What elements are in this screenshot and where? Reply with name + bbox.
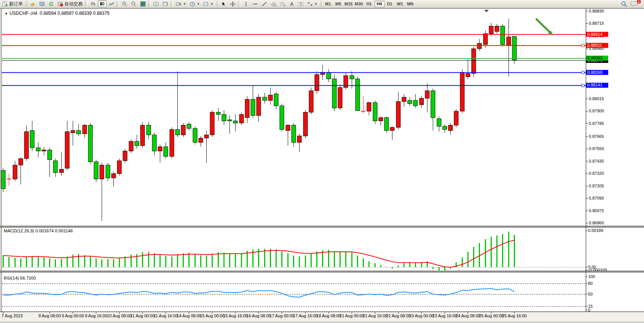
cursor-icon <box>221 1 226 7</box>
template-button[interactable]: ▼ <box>202 0 215 7</box>
macd-indicator-label: MACD(12,26,9) 0.001674 0.001146 <box>4 229 73 233</box>
data-window-button[interactable] <box>161 0 170 7</box>
macd-bar <box>177 254 178 267</box>
macd-bar <box>502 234 503 267</box>
macd-bar <box>72 254 73 267</box>
price-tick-label: 0.88015 <box>589 96 604 101</box>
toolbar-separator <box>85 1 88 7</box>
svg-text:F: F <box>284 4 285 6</box>
mt4-window: 0.888300.887150.886000.884800.883650.882… <box>0 0 644 323</box>
text-button[interactable]: A <box>287 0 296 7</box>
data-window-icon <box>163 1 168 7</box>
timeframe-d1-button[interactable]: D1 <box>385 1 395 7</box>
autotrading-icon <box>57 1 63 7</box>
zoom-out-button[interactable] <box>129 0 138 7</box>
macd-bar <box>432 267 434 269</box>
new-chart-button[interactable]: ▼ <box>174 0 188 7</box>
macd-bar <box>90 256 91 267</box>
price-tick-label: 0.87785 <box>589 121 604 126</box>
price-tick-label: 0.87665 <box>589 134 604 139</box>
text-label-button[interactable]: T <box>296 0 305 7</box>
timeframe-h1-button[interactable]: H1 <box>364 1 374 7</box>
alerts-button[interactable] <box>29 0 37 7</box>
macd-bar <box>403 263 405 267</box>
candle <box>332 75 336 111</box>
candlestick-chart-button[interactable] <box>98 0 107 7</box>
toolbar-button-label: 自动交易 <box>64 1 83 7</box>
timeframe-w1-button[interactable]: W1 <box>395 1 405 7</box>
time-axis-label: 21 Aug 16:00 <box>363 313 387 318</box>
chart-collapse-icon[interactable]: ▼ <box>5 12 8 16</box>
candle <box>140 122 145 148</box>
rsi-axis-label: 100 <box>588 274 595 279</box>
cursor-button[interactable] <box>219 0 228 7</box>
timeframe-m15-button[interactable]: M15 <box>344 1 354 7</box>
macd-bar <box>223 253 225 267</box>
candle <box>129 139 133 153</box>
macd-bar <box>485 239 486 267</box>
horizontal-line-button[interactable] <box>251 0 260 7</box>
search-button[interactable] <box>619 0 629 7</box>
time-axis-label: 17 Aug 00:00 <box>269 313 294 318</box>
new-chart-icon <box>176 1 182 7</box>
timeframe-h4-button[interactable]: H4 <box>375 1 384 7</box>
price-line-label: 0.88511 <box>587 43 602 48</box>
macd-bar <box>235 254 236 267</box>
terminal-icon <box>39 1 45 7</box>
zoom-in-button[interactable] <box>120 0 129 7</box>
refresh-button[interactable] <box>47 0 56 7</box>
chat-button[interactable]: 1 <box>629 0 639 7</box>
dropdown-caret-icon: ▼ <box>210 2 214 6</box>
bar-chart-icon <box>90 1 96 7</box>
arrows-button[interactable]: ▼ <box>306 0 319 7</box>
new-order-icon <box>2 1 8 7</box>
tile-windows-button[interactable] <box>139 0 147 7</box>
macd-bar <box>264 249 265 267</box>
timeframe-mn-button[interactable]: MN <box>405 1 415 7</box>
equidistant-channel-button[interactable]: E <box>269 0 278 7</box>
fibonacci-button[interactable]: F <box>278 0 287 7</box>
arrows-icon <box>307 1 313 7</box>
new-order-button[interactable]: 新订单 <box>1 0 24 7</box>
zoom-in-icon <box>122 1 128 7</box>
bar-chart-button[interactable] <box>89 0 97 7</box>
timeframe-m5-button[interactable]: M5 <box>333 1 343 7</box>
macd-bar <box>375 263 376 267</box>
auto-trading-button[interactable]: 自动交易 <box>56 0 84 7</box>
notification-badge: 1 <box>636 0 641 4</box>
trendline-button[interactable] <box>260 0 269 7</box>
candle <box>193 126 197 144</box>
price-tick-label: 0.87435 <box>589 159 604 163</box>
crosshair-icon <box>230 1 236 7</box>
rsi-axis-label: 80 <box>588 281 593 286</box>
time-axis-label: 22 Aug 08:00 <box>386 313 411 318</box>
price-line-label: 0.88141 <box>587 83 603 87</box>
terminal-button[interactable] <box>38 0 46 7</box>
macd-bar <box>508 232 509 267</box>
dropdown-caret-icon: ▼ <box>183 2 186 6</box>
text-icon: A <box>289 1 295 7</box>
timeframe-m30-button[interactable]: M30 <box>354 1 364 7</box>
timeframe-m1-button[interactable]: M1 <box>323 1 333 7</box>
strategy-tester-button[interactable] <box>152 0 161 7</box>
price-line-label: 0.88614 <box>587 32 603 37</box>
price-tick-label: 0.86975 <box>589 208 604 213</box>
vertical-line-button[interactable] <box>242 0 250 7</box>
svg-text:E: E <box>274 4 276 6</box>
macd-bar <box>293 256 294 267</box>
time-axis-label: 18 Aug 08:00 <box>316 313 341 318</box>
macd-bar <box>368 261 370 267</box>
macd-bar <box>340 252 341 267</box>
price-line-label: 0.88393 <box>587 56 603 60</box>
macd-bar <box>148 252 149 267</box>
macd-bar <box>171 256 172 267</box>
macd-bar <box>357 256 358 267</box>
macd-bar <box>334 251 335 267</box>
time-axis-label: 15 Aug 16:00 <box>223 313 248 318</box>
period-selector-button[interactable]: ▼ <box>188 0 201 7</box>
macd-bar <box>281 251 282 267</box>
toolbar-grip <box>320 1 322 6</box>
line-chart-button[interactable] <box>107 0 116 7</box>
crosshair-button[interactable] <box>228 0 237 7</box>
price-tick-label: 0.87205 <box>589 184 604 188</box>
